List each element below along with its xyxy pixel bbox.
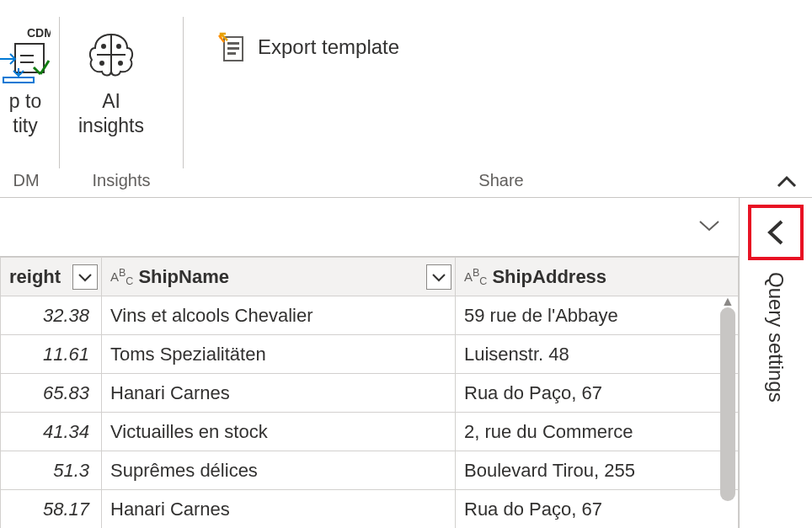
cell-shipaddress[interactable]: 59 rue de l'Abbaye xyxy=(456,296,739,335)
ribbon: CDM p to tity DM xyxy=(0,0,812,198)
filter-button[interactable] xyxy=(426,264,451,290)
cell-shipname[interactable]: Hanari Carnes xyxy=(102,490,456,529)
cell-shipname[interactable]: Hanari Carnes xyxy=(102,374,456,413)
cell-freight[interactable]: 11.61 xyxy=(1,335,102,374)
map-to-entity-button[interactable]: CDM p to tity xyxy=(0,25,51,138)
brain-icon xyxy=(82,25,141,84)
table-row[interactable]: 11.61Toms SpezialitätenLuisenstr. 48 xyxy=(1,335,739,374)
cell-shipaddress[interactable]: 2, rue du Commerce xyxy=(456,413,739,451)
export-template-button[interactable]: Export template xyxy=(207,29,409,66)
cell-shipaddress[interactable]: Luisenstr. 48 xyxy=(456,335,739,374)
ribbon-separator xyxy=(183,17,184,168)
data-table: reight ABC ShipName xyxy=(0,257,739,528)
column-header-shipname[interactable]: ABC ShipName xyxy=(102,258,456,296)
table-row[interactable]: 32.38Vins et alcools Chevalier59 rue de … xyxy=(1,296,739,335)
label: AI insights xyxy=(78,89,144,138)
data-table-wrap: reight ABC ShipName xyxy=(0,257,739,528)
collapse-ribbon-button[interactable] xyxy=(775,173,799,194)
scrollbar-thumb[interactable] xyxy=(720,307,735,501)
group-label: DM xyxy=(0,166,52,197)
cdm-icon: CDM xyxy=(0,25,51,84)
cell-freight[interactable]: 65.83 xyxy=(1,374,102,413)
cell-shipname[interactable]: Vins et alcools Chevalier xyxy=(102,296,456,335)
expand-formula-icon[interactable] xyxy=(697,216,722,237)
table-row[interactable]: 41.34Victuailles en stock2, rue du Comme… xyxy=(1,413,739,451)
svg-rect-12 xyxy=(227,52,236,55)
label: Export template xyxy=(258,35,399,59)
text-type-icon: ABC xyxy=(110,267,133,287)
expand-panel-button[interactable] xyxy=(748,205,804,260)
table-row[interactable]: 51.3Suprêmes délicesBoulevard Tirou, 255 xyxy=(1,451,739,490)
text-type-icon: ABC xyxy=(464,267,487,287)
column-header-freight[interactable]: reight xyxy=(1,258,102,296)
ribbon-group-insights: AI insights Insights xyxy=(67,0,176,197)
svg-point-7 xyxy=(100,61,104,65)
svg-point-8 xyxy=(119,61,122,65)
table-row[interactable]: 65.83Hanari CarnesRua do Paço, 67 xyxy=(1,374,739,413)
label: ShipAddress xyxy=(492,266,729,288)
svg-text:CDM: CDM xyxy=(27,26,51,40)
ribbon-group-share: Export template Share xyxy=(190,0,812,197)
scroll-up-arrow[interactable]: ▲ xyxy=(720,294,735,307)
group-label: Share xyxy=(190,166,812,197)
svg-rect-2 xyxy=(15,44,44,72)
label: p to tity xyxy=(9,89,41,138)
cell-freight[interactable]: 41.34 xyxy=(1,413,102,451)
cell-shipname[interactable]: Suprêmes délices xyxy=(102,451,456,490)
cell-freight[interactable]: 32.38 xyxy=(1,296,102,335)
cell-shipaddress[interactable]: Rua do Paço, 67 xyxy=(456,374,739,413)
label: ShipName xyxy=(138,266,446,288)
cell-shipaddress[interactable]: Rua do Paço, 67 xyxy=(456,490,739,529)
svg-point-6 xyxy=(117,45,120,48)
cell-shipaddress[interactable]: Boulevard Tirou, 255 xyxy=(456,451,739,490)
editor-pane: reight ABC ShipName xyxy=(0,198,740,528)
cell-freight[interactable]: 51.3 xyxy=(1,451,102,490)
svg-rect-10 xyxy=(227,42,239,45)
ai-insights-button[interactable]: AI insights xyxy=(67,25,156,138)
svg-rect-11 xyxy=(227,47,239,50)
svg-point-5 xyxy=(102,45,105,48)
cell-shipname[interactable]: Toms Spezialitäten xyxy=(102,335,456,374)
column-header-shipaddress[interactable]: ABC ShipAddress xyxy=(456,258,739,296)
query-settings-panel: Query settings xyxy=(740,198,812,528)
table-row[interactable]: 58.17Hanari CarnesRua do Paço, 67 xyxy=(1,490,739,529)
filter-button[interactable] xyxy=(72,264,98,290)
formula-bar[interactable] xyxy=(0,198,739,257)
cell-shipname[interactable]: Victuailles en stock xyxy=(102,413,456,451)
svg-rect-1 xyxy=(3,77,34,83)
ribbon-separator xyxy=(59,17,60,168)
template-icon xyxy=(217,32,248,62)
main-area: reight ABC ShipName xyxy=(0,198,812,528)
group-label: Insights xyxy=(67,166,176,197)
header-row: reight ABC ShipName xyxy=(1,258,739,296)
cell-freight[interactable]: 58.17 xyxy=(1,490,102,529)
panel-title: Query settings xyxy=(764,272,788,403)
ribbon-group-cdm: CDM p to tity DM xyxy=(0,0,52,197)
